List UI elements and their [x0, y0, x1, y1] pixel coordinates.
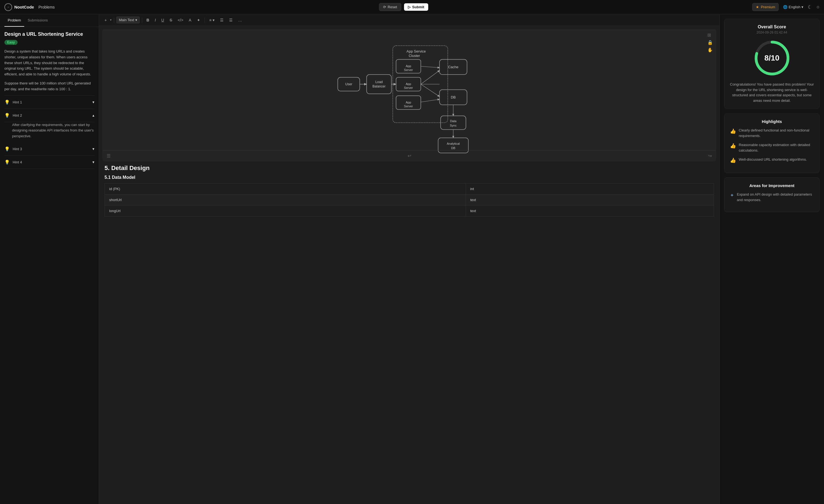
svg-text:Data: Data: [450, 119, 456, 123]
chevron-down-icon: ▾: [802, 5, 803, 9]
improve-item-1: ✦ Expand on API design with detailed par…: [730, 192, 814, 202]
underline-button[interactable]: U: [159, 17, 167, 23]
chevron-down-icon: ▾: [92, 146, 94, 151]
hints-section: 💡 Hint 1 ▾ 💡 Hint 2 ▴ After clarifying t…: [4, 95, 94, 169]
highlights-card: Highlights 👍 Clearly defined functional …: [724, 113, 820, 173]
svg-text:App: App: [406, 64, 411, 68]
svg-line-31: [421, 71, 439, 84]
hint-item-1[interactable]: 💡 Hint 1 ▾: [4, 96, 94, 109]
code-button[interactable]: </>: [176, 17, 185, 23]
svg-text:Cluster: Cluster: [409, 54, 420, 58]
right-panel: Overall Score 2024-09-26 01:42:44 8/10 C…: [719, 14, 824, 504]
table-field-id: id (PK): [105, 184, 466, 195]
svg-text:DB: DB: [451, 95, 456, 99]
reset-button[interactable]: ⟳ Reset: [379, 3, 401, 11]
editor-content: App Service Cluster User Load Balancer: [99, 26, 719, 504]
menu-icon[interactable]: ☰: [107, 153, 111, 159]
nav-problems-link[interactable]: Problems: [38, 5, 55, 9]
table-type-longurl: text: [466, 205, 714, 216]
chevron-down-icon: ▾: [135, 18, 137, 22]
hint-3-label: Hint 3: [13, 147, 22, 151]
chevron-up-icon: ▴: [92, 113, 94, 117]
more-button[interactable]: …: [236, 17, 244, 23]
reset-icon: ⟳: [383, 5, 386, 9]
difficulty-badge: Easy: [4, 40, 18, 45]
svg-rect-6: [367, 75, 391, 94]
svg-text:Server: Server: [404, 105, 413, 108]
language-icon: 🌐: [783, 5, 788, 9]
table-field-longurl: longUrl: [105, 205, 466, 216]
italic-button[interactable]: I: [152, 17, 158, 23]
problem-title: Design a URL Shortening Service: [4, 31, 94, 37]
hint-item-2[interactable]: 💡 Hint 2 ▴: [4, 109, 94, 122]
numbered-list-button[interactable]: ☰: [227, 17, 235, 23]
score-card: Overall Score 2024-09-26 01:42:44 8/10 C…: [724, 19, 820, 109]
lock-icon[interactable]: 🔒: [707, 40, 713, 45]
thumbs-up-icon: 👍: [730, 158, 736, 164]
nav-center: ⟳ Reset ▷ Submit: [379, 3, 428, 11]
section-51-title: 5.1 Data Model: [105, 175, 714, 180]
svg-text:Balancer: Balancer: [373, 85, 385, 88]
editor-toolbar: + ▾ Main Text ▾ B I U S </> A ✦ ≡ ▾ ☰ ☰ …: [99, 14, 719, 26]
font-color-button[interactable]: A: [187, 17, 193, 23]
thumbs-up-icon: 👍: [730, 128, 736, 134]
toolbar-separator: [114, 17, 114, 23]
hint-item-4[interactable]: 💡 Hint 4 ▾: [4, 156, 94, 169]
tab-submissions[interactable]: Submissions: [24, 14, 51, 27]
add-button[interactable]: +: [102, 17, 109, 23]
thumbs-up-icon: 👍: [730, 143, 736, 149]
hint-2-label: Hint 2: [13, 113, 22, 117]
left-panel: Problem Submissions Design a URL Shorten…: [0, 14, 99, 504]
redo-icon[interactable]: ↪: [708, 153, 712, 159]
hint-item-3[interactable]: 💡 Hint 3 ▾: [4, 142, 94, 156]
toolbar-separator: [142, 17, 142, 23]
grid-icon[interactable]: ⊞: [707, 32, 713, 38]
submit-button[interactable]: ▷ Submit: [404, 3, 428, 11]
svg-text:Analytical: Analytical: [447, 142, 459, 145]
user-icon[interactable]: ○: [817, 4, 820, 10]
premium-button[interactable]: ★ Premium: [752, 3, 779, 11]
svg-text:Server: Server: [404, 68, 413, 72]
align-button[interactable]: ≡ ▾: [207, 17, 217, 23]
left-content: Design a URL Shortening Service Easy Des…: [0, 27, 99, 504]
theme-toggle-icon[interactable]: ☾: [808, 4, 812, 10]
submit-icon: ▷: [408, 5, 411, 9]
highlight-text-3: Well-discussed URL shortening algorithms…: [739, 157, 807, 162]
tab-problem[interactable]: Problem: [4, 14, 24, 27]
bold-button[interactable]: B: [144, 17, 151, 23]
hint-4-label: Hint 4: [13, 160, 22, 164]
logo[interactable]: ○ NootCode: [4, 3, 34, 11]
chevron-down-icon: ▾: [92, 160, 94, 164]
score-date: 2024-09-26 01:42:44: [730, 30, 814, 34]
diagram-canvas[interactable]: App Service Cluster User Load Balancer: [102, 29, 716, 161]
highlight-item-2: 👍 Reasonable capacity estimation with de…: [730, 142, 814, 153]
problem-description-2: Suppose there will be 100 million short …: [4, 81, 94, 92]
center-panel: + ▾ Main Text ▾ B I U S </> A ✦ ≡ ▾ ☰ ☰ …: [99, 14, 719, 504]
svg-text:Sync: Sync: [450, 124, 457, 127]
svg-text:App: App: [406, 101, 411, 104]
table-row: longUrl text: [105, 205, 714, 216]
language-selector[interactable]: 🌐 English ▾: [783, 5, 803, 9]
highlights-title: Highlights: [730, 119, 814, 124]
bulb-icon: 💡: [4, 160, 10, 165]
logo-icon: ○: [4, 3, 12, 11]
table-field-shorturl: shortUrl: [105, 195, 466, 205]
score-circle: 8/10: [753, 39, 791, 77]
svg-text:App Service: App Service: [407, 49, 426, 54]
svg-text:Server: Server: [404, 86, 413, 89]
app-name: NootCode: [14, 5, 34, 9]
highlight-button[interactable]: ✦: [195, 17, 202, 23]
reset-label: Reset: [388, 5, 397, 9]
text-style-selector[interactable]: Main Text ▾: [116, 16, 139, 23]
problem-description-1: Design a system that takes long URLs and…: [4, 49, 94, 77]
bullet-list-button[interactable]: ☰: [218, 17, 226, 23]
toolbar-separator: [205, 17, 205, 23]
strikethrough-button[interactable]: S: [168, 17, 174, 23]
bulb-icon: 💡: [4, 146, 10, 152]
svg-text:App: App: [406, 82, 411, 86]
hand-icon[interactable]: ✋: [707, 47, 713, 53]
undo-icon[interactable]: ↩: [408, 153, 411, 159]
svg-line-29: [421, 66, 439, 68]
language-label: English: [789, 5, 800, 9]
table-type-shorturl: text: [466, 195, 714, 205]
